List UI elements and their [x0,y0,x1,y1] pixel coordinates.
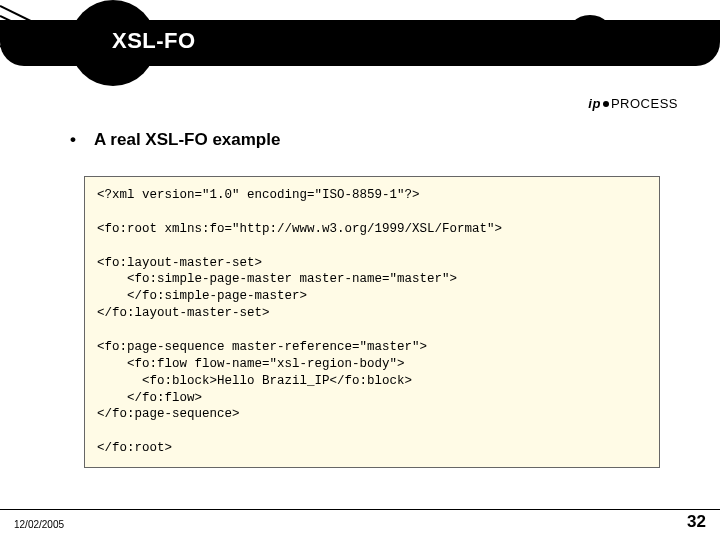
code-line: <fo:flow flow-name="xsl-region-body"> [97,357,405,371]
footer-rule [0,509,720,510]
code-example: <?xml version="1.0" encoding="ISO-8859-1… [84,176,660,468]
slide-title: XSL-FO [112,28,196,54]
ring-logo-icon [560,10,620,70]
code-line: <fo:page-sequence master-reference="mast… [97,340,427,354]
code-line: <?xml version="1.0" encoding="ISO-8859-1… [97,188,420,202]
svg-line-15 [574,26,588,40]
code-line: <fo:simple-page-master master-name="mast… [97,272,457,286]
bullet-symbol: • [66,130,80,150]
footer-date: 12/02/2005 [14,519,64,530]
svg-point-12 [602,30,607,35]
bullet-heading: •A real XSL-FO example [66,130,280,150]
code-line: <fo:layout-master-set> [97,256,262,270]
code-line: </fo:simple-page-master> [97,289,307,303]
code-line: </fo:layout-master-set> [97,306,270,320]
svg-point-14 [592,32,597,37]
bullet-text: A real XSL-FO example [94,130,280,149]
brand-main: PROCESS [611,96,678,111]
brand-logo: ipPROCESS [588,96,678,111]
code-line: </fo:root> [97,441,172,455]
code-line: <fo:block>Hello Brazil_IP</fo:block> [97,374,412,388]
svg-line-17 [570,34,584,48]
code-line: </fo:page-sequence> [97,407,240,421]
svg-point-16 [586,38,591,43]
code-line: <fo:root xmlns:fo="http://www.w3.org/199… [97,222,502,236]
brand-prefix: ip [588,96,601,111]
brand-dot-icon [603,101,609,107]
svg-line-13 [580,20,594,34]
footer-page-number: 32 [687,512,706,532]
svg-point-18 [582,46,587,51]
code-line: </fo:flow> [97,391,202,405]
